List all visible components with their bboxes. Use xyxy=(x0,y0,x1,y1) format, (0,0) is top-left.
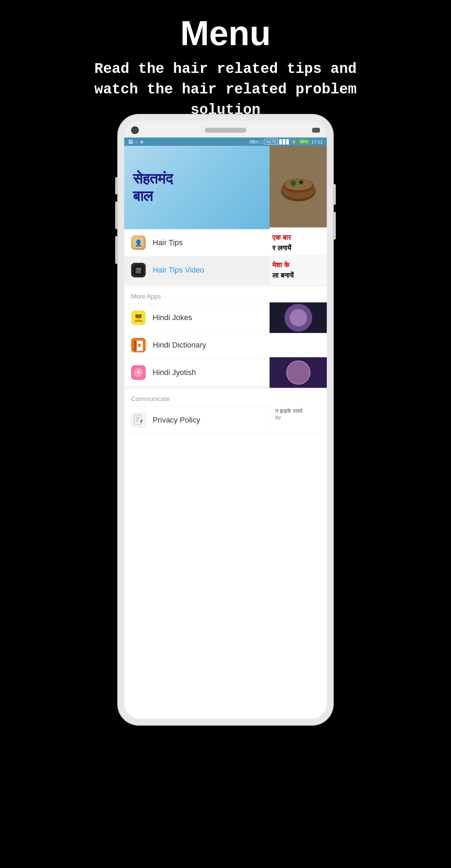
status-bar: 🖼 ○ ⊕ 0B/s □ VoLTE ▊▊▊ ⚡ 68% 17:11 xyxy=(124,137,327,146)
phone-outer: 🖼 ○ ⊕ 0B/s □ VoLTE ▊▊▊ ⚡ 68% 17:11 xyxy=(118,115,333,725)
hindi-jokes-icon: हिंदी Jokes xyxy=(131,310,146,325)
nfc-icon: ⊕ xyxy=(140,139,144,144)
dark-circle-icon xyxy=(284,304,312,332)
more-apps-section-header: More Apps hite Hair di xyxy=(124,287,327,304)
svg-point-6 xyxy=(284,179,312,190)
banner-hindi-text: सेहतमंदबाल xyxy=(124,163,278,212)
hair-video-icon: 🎬 xyxy=(131,263,146,277)
svg-text:Jokes: Jokes xyxy=(134,319,143,323)
right-text-झड़के: न झड़के पतले xyxy=(275,408,322,414)
subtitle: Read the hair related tips and watch the… xyxy=(28,59,423,120)
svg-point-9 xyxy=(295,180,298,183)
menu-item-hindi-jyotish[interactable]: ✦ Hindi Jyotish xyxy=(124,359,327,386)
svg-text:हिंदी: हिंदी xyxy=(135,314,142,319)
phone-screen: 🖼 ○ ⊕ 0B/s □ VoLTE ▊▊▊ ⚡ 68% 17:11 xyxy=(124,121,327,719)
right-hindi-text-3: मेशा के xyxy=(272,260,324,270)
front-camera xyxy=(131,126,139,134)
right-hindi-text-1: एक बार xyxy=(272,232,324,243)
time-display: 17:11 xyxy=(311,139,323,144)
more-apps-title: More Apps xyxy=(131,293,161,300)
communicate-title: Communicate xyxy=(131,395,170,402)
status-right-info: 0B/s □ VoLTE ▊▊▊ ⚡ 68% 17:11 xyxy=(249,139,323,144)
speaker-grille xyxy=(205,128,246,133)
right-hindi-text-4: ला बनायें xyxy=(272,270,324,281)
right-hindi-text-2: र लगायें xyxy=(272,243,324,253)
menu-item-hindi-jokes[interactable]: हिंदी Jokes Hindi Jokes xyxy=(124,304,327,332)
food-bowl-icon xyxy=(278,167,319,208)
menu-item-hair-tips-video[interactable]: 🎬 Hair Tips Video मेशा के ला बनायें xyxy=(124,257,327,284)
communicate-section-header: Communicate न झड़के पतले ay xyxy=(124,389,327,407)
right-communicate-panel: न झड़के पतले ay xyxy=(270,403,327,426)
battery-icon: 68% xyxy=(298,139,310,144)
right-dark-image-1 xyxy=(270,302,327,333)
svg-point-8 xyxy=(299,180,303,184)
hindi-jokes-label: Hindi Jokes xyxy=(153,313,192,322)
screen-content: सेहतमंदबाल xyxy=(124,146,327,719)
hindi-jyotish-icon: ✦ xyxy=(131,365,146,380)
data-speed: 0B/s xyxy=(249,139,258,144)
app-banner: सेहतमंदबाल xyxy=(124,146,327,229)
volume-down-button xyxy=(115,201,118,229)
power-button xyxy=(115,236,118,264)
phone-device: 🖼 ○ ⊕ 0B/s □ VoLTE ▊▊▊ ⚡ 68% 17:11 xyxy=(118,115,333,725)
sensors xyxy=(312,128,320,133)
header-section: Menu Read the hair related tips and watc… xyxy=(0,0,451,131)
sim-icon: □ xyxy=(260,139,263,144)
hindi-jyotish-label: Hindi Jyotish xyxy=(153,368,196,377)
svg-text:✦: ✦ xyxy=(136,369,141,375)
hair-tips-icon: 👤 xyxy=(131,235,146,250)
hindi-dict-icon: हिं xyxy=(131,338,146,352)
subtitle-line1: Read the hair related tips and xyxy=(94,61,357,77)
volte-badge: VoLTE xyxy=(264,139,278,144)
right-dark-image-2 xyxy=(270,357,327,388)
volume-up-button xyxy=(115,177,118,194)
menu-item-hair-tips[interactable]: 👤 Hair Tips एक बार र लगायें xyxy=(124,229,327,257)
right-text-ay: ay xyxy=(275,414,322,420)
status-left-icons: 🖼 ○ ⊕ xyxy=(128,139,144,144)
phone-top-bar xyxy=(124,121,327,137)
svg-rect-20 xyxy=(134,341,137,351)
svg-text:हिं: हिं xyxy=(138,343,141,348)
svg-text:👤: 👤 xyxy=(135,239,143,247)
main-title: Menu xyxy=(28,14,423,52)
menu-item-hindi-dictionary[interactable]: हिं Hindi Dictionary xyxy=(124,332,327,359)
hindi-dictionary-label: Hindi Dictionary xyxy=(153,341,206,350)
signal-bars: ▊▊▊ xyxy=(279,139,290,144)
photo-icon: 🖼 xyxy=(128,139,133,144)
privacy-policy-icon xyxy=(131,413,146,427)
svg-text:🎬: 🎬 xyxy=(135,267,142,274)
subtitle-line2: watch the hair related problem xyxy=(94,81,357,98)
right-text-panel-2: मेशा के ला बनायें xyxy=(270,255,327,285)
wifi-icon: ○ xyxy=(135,139,138,144)
lightning-icon: ⚡ xyxy=(291,139,297,144)
purple-circle xyxy=(286,360,310,385)
menu-list: 👤 Hair Tips एक बार र लगायें xyxy=(124,229,327,434)
hair-tips-video-label: Hair Tips Video xyxy=(153,266,204,275)
privacy-policy-label: Privacy Policy xyxy=(153,416,200,425)
right-text-panel-1: एक बार र लगायें xyxy=(270,227,327,258)
hair-tips-label: Hair Tips xyxy=(153,238,183,247)
inner-circle xyxy=(290,309,307,326)
